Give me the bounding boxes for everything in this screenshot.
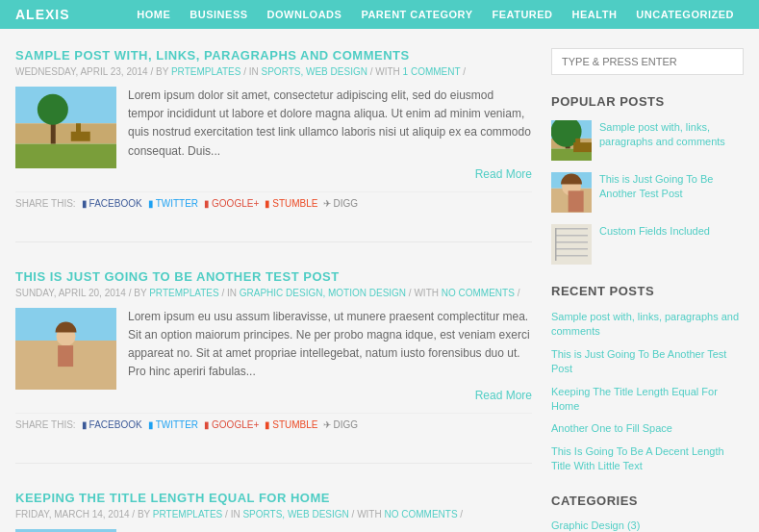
post-1-text: Lorem ipsum dolor sit amet, consectetur … (128, 87, 532, 161)
category-graphic-design[interactable]: Graphic Design (3) (551, 519, 744, 531)
post-2-author[interactable]: PRTEMPLATES (149, 288, 218, 298)
categories-section: CATEGORIES Graphic Design (3) (551, 494, 744, 531)
post-3-categories[interactable]: SPORTS, WEB DESIGN (242, 509, 348, 519)
popular-post-3-thumb (551, 224, 592, 265)
post-1-read-more: Read More (128, 166, 532, 182)
post-2-share-stumble[interactable]: ▮ STUMBLE (265, 419, 317, 430)
popular-thumb-2-canvas (551, 172, 592, 213)
popular-thumb-3-canvas (551, 224, 592, 265)
popular-posts-title: POPULAR POSTS (551, 94, 744, 109)
post-2-thumb-canvas (15, 308, 116, 390)
sidebar: POPULAR POSTS Sample post with, links, p… (551, 48, 744, 532)
post-1: SAMPLE POST WITH, LINKS, PARAGRAPHS AND … (15, 48, 532, 215)
site-title-wrap: ALEXIS (15, 7, 70, 23)
share-label: SHARE THIS: (15, 198, 76, 209)
post-2-share-digg[interactable]: ✈ DIGG (323, 419, 358, 430)
recent-post-5: This Is Going To Be A Decent Length Titl… (551, 444, 744, 474)
post-2-share-facebook[interactable]: ▮ FACEBOOK (82, 419, 142, 430)
main-content: SAMPLE POST WITH, LINKS, PARAGRAPHS AND … (15, 48, 532, 532)
post-2-thumbnail (15, 308, 116, 390)
post-1-content: Lorem ipsum dolor sit amet, consectetur … (15, 87, 532, 182)
post-2: THIS IS JUST GOING TO BE ANOTHER TEST PO… (15, 269, 532, 436)
header: ALEXIS HOME BUSINESS DOWNLOADS PARENT CA… (0, 0, 759, 29)
categories-title: CATEGORIES (551, 494, 744, 508)
post-2-share-twitter[interactable]: ▮ TWITTER (148, 419, 198, 430)
popular-post-1-thumb (551, 120, 592, 161)
post-3-comments[interactable]: NO COMMENTS (384, 509, 457, 519)
nav-featured[interactable]: FEATURED (482, 0, 562, 29)
recent-post-1-link[interactable]: Sample post with, links, paragraphs and … (551, 310, 744, 340)
post-1-author[interactable]: PRTEMPLATES (171, 66, 240, 77)
post-1-thumbnail (15, 87, 116, 168)
search-form (551, 48, 744, 75)
popular-thumb-1-canvas (551, 120, 592, 161)
recent-posts-title: RECENT POSTS (551, 284, 744, 298)
post-2-meta: SUNDAY, APRIL 20, 2014 / BY PRTEMPLATES … (15, 288, 532, 298)
post-1-share-google[interactable]: ▮ GOOGLE+ (204, 198, 259, 209)
post-3-text: Lorem ipsum eu usu assum liberavisse, ut… (128, 529, 532, 533)
popular-posts-section: POPULAR POSTS Sample post with, links, p… (551, 94, 744, 265)
divider-2 (15, 463, 532, 464)
recent-posts-section: RECENT POSTS Sample post with, links, pa… (551, 284, 744, 474)
recent-post-1: Sample post with, links, paragraphs and … (551, 310, 744, 340)
recent-post-4-link[interactable]: Another One to Fill Space (551, 421, 744, 436)
post-1-body: Lorem ipsum dolor sit amet, consectetur … (128, 87, 532, 182)
popular-post-3: Custom Fields Included (551, 224, 744, 265)
post-3-author[interactable]: PRTEMPLATES (153, 509, 222, 519)
popular-post-2: This is Just Going To Be Another Test Po… (551, 172, 744, 213)
popular-post-3-link[interactable]: Custom Fields Included (599, 224, 710, 239)
popular-post-2-thumb (551, 172, 592, 213)
share-label-2: SHARE THIS: (15, 419, 76, 430)
post-3-thumbnail (15, 529, 116, 533)
recent-post-3: Keeping The Title Length Equal For Home (551, 385, 744, 415)
popular-post-1: Sample post with, links, paragraphs and … (551, 120, 744, 161)
post-1-meta: WEDNESDAY, APRIL 23, 2014 / BY PRTEMPLAT… (15, 66, 532, 77)
post-1-share-bar: SHARE THIS: ▮ FACEBOOK ▮ TWITTER ▮ GOOGL… (15, 191, 532, 215)
post-2-title[interactable]: THIS IS JUST GOING TO BE ANOTHER TEST PO… (15, 269, 532, 284)
nav-business[interactable]: BUSINESS (180, 0, 257, 29)
search-input[interactable] (551, 48, 744, 75)
nav-uncategorized[interactable]: UNCATEGORIZED (626, 0, 744, 29)
post-3: KEEPING THE TITLE LENGTH EQUAL FOR HOME … (15, 491, 532, 533)
recent-post-2: This is Just Going To Be Another Test Po… (551, 347, 744, 377)
post-2-share-bar: SHARE THIS: ▮ FACEBOOK ▮ TWITTER ▮ GOOGL… (15, 413, 532, 436)
post-2-body: Lorem ipsum eu usu assum liberavisse, ut… (128, 308, 532, 403)
post-2-read-more-link[interactable]: Read More (475, 389, 532, 402)
nav-parent-category[interactable]: PARENT CATEGORY (351, 0, 482, 29)
post-2-text: Lorem ipsum eu usu assum liberavisse, ut… (128, 308, 532, 382)
post-2-read-more: Read More (128, 388, 532, 403)
nav-health[interactable]: HEALTH (563, 0, 627, 29)
post-1-categories[interactable]: SPORTS, WEB DESIGN (262, 66, 367, 77)
post-3-meta: FRIDAY, MARCH 14, 2014 / BY PRTEMPLATES … (15, 509, 532, 519)
post-2-comments[interactable]: NO COMMENTS (442, 288, 515, 298)
post-3-content: Lorem ipsum eu usu assum liberavisse, ut… (15, 529, 532, 533)
post-3-body: Lorem ipsum eu usu assum liberavisse, ut… (128, 529, 532, 533)
post-1-thumb-canvas (15, 87, 116, 168)
post-1-share-digg[interactable]: ✈ DIGG (323, 198, 358, 209)
divider-1 (15, 241, 532, 242)
post-3-thumb-canvas (15, 529, 116, 533)
recent-post-5-link[interactable]: This Is Going To Be A Decent Length Titl… (551, 444, 744, 474)
post-2-categories[interactable]: GRAPHIC DESIGN, MOTION DESIGN (240, 288, 406, 298)
post-1-comments[interactable]: 1 COMMENT (403, 66, 461, 77)
recent-post-2-link[interactable]: This is Just Going To Be Another Test Po… (551, 347, 744, 377)
post-2-share-google[interactable]: ▮ GOOGLE+ (204, 419, 259, 430)
site-title[interactable]: ALEXIS (15, 7, 70, 22)
post-3-title[interactable]: KEEPING THE TITLE LENGTH EQUAL FOR HOME (15, 491, 532, 505)
post-1-read-more-link[interactable]: Read More (475, 167, 532, 181)
post-2-content: Lorem ipsum eu usu assum liberavisse, ut… (15, 308, 532, 403)
popular-post-1-link[interactable]: Sample post with, links, paragraphs and … (599, 120, 744, 150)
recent-post-3-link[interactable]: Keeping The Title Length Equal For Home (551, 385, 744, 415)
post-1-share-twitter[interactable]: ▮ TWITTER (148, 198, 198, 209)
main-nav: HOME BUSINESS DOWNLOADS PARENT CATEGORY … (127, 0, 744, 29)
recent-post-4: Another One to Fill Space (551, 421, 744, 436)
post-1-share-facebook[interactable]: ▮ FACEBOOK (82, 198, 142, 209)
nav-home[interactable]: HOME (127, 0, 180, 29)
post-1-title[interactable]: SAMPLE POST WITH, LINKS, PARAGRAPHS AND … (15, 48, 532, 63)
nav-downloads[interactable]: DOWNLOADS (258, 0, 352, 29)
popular-post-2-link[interactable]: This is Just Going To Be Another Test Po… (599, 172, 744, 202)
page-wrapper: SAMPLE POST WITH, LINKS, PARAGRAPHS AND … (0, 29, 759, 532)
post-1-share-stumble[interactable]: ▮ STUMBLE (265, 198, 317, 209)
